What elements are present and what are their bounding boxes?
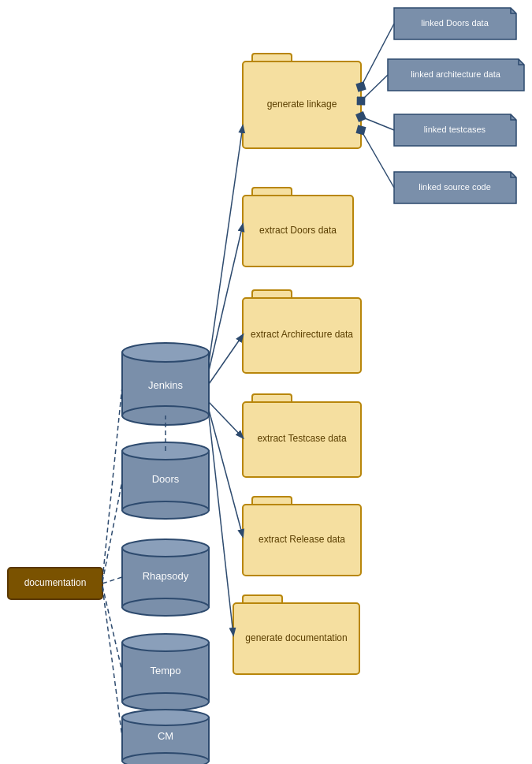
extract-arch-label: extract Archirecture data xyxy=(251,329,353,340)
linked-testcases-label: linked testcases xyxy=(424,125,486,134)
line-linkage-to-testcases xyxy=(361,117,394,130)
cm-label: CM xyxy=(158,730,173,742)
svg-point-24 xyxy=(122,634,209,651)
extract-release-label: extract Release data xyxy=(259,534,345,545)
generate-docs-label: generate documentation xyxy=(245,632,347,643)
tempo-label: Tempo xyxy=(150,665,180,676)
linked-testcases-node: linked testcases xyxy=(394,114,516,146)
generate-docs-folder: generate documentation xyxy=(233,595,359,674)
line-jenkins-to-extract-arch xyxy=(209,335,243,384)
svg-point-23 xyxy=(122,693,209,710)
extract-testcase-label: extract Testcase data xyxy=(257,433,347,444)
linked-source-node: linked source code xyxy=(394,172,516,203)
jenkins-label: Jenkins xyxy=(148,379,184,391)
linked-arch-node: linked architecture data xyxy=(388,59,524,91)
line-jenkins-to-extract-release xyxy=(209,410,243,536)
svg-point-27 xyxy=(122,710,209,725)
documentation-node: documentation xyxy=(8,568,102,599)
svg-point-20 xyxy=(122,598,209,616)
extract-arch-folder: extract Archirecture data xyxy=(243,290,361,373)
extract-testcase-folder: extract Testcase data xyxy=(243,394,361,477)
extract-release-folder: extract Release data xyxy=(243,497,361,576)
linked-arch-label: linked architecture data xyxy=(411,69,501,79)
svg-point-15 xyxy=(122,343,209,362)
svg-point-21 xyxy=(122,539,209,557)
line-jenkins-to-extract-testcase xyxy=(209,402,243,438)
generate-linkage-label: generate linkage xyxy=(267,99,337,110)
extract-doors-folder: extract Doors data xyxy=(243,188,353,266)
linked-source-label: linked source code xyxy=(419,182,491,192)
line-doc-to-jenkins xyxy=(102,386,122,580)
line-doc-to-rhapsody xyxy=(102,577,122,583)
linked-doors-node: linked Doors data xyxy=(394,8,516,39)
svg-point-26 xyxy=(122,753,209,764)
svg-point-17 xyxy=(122,501,209,519)
extract-doors-label: extract Doors data xyxy=(259,225,337,236)
linked-doors-label: linked Doors data xyxy=(421,18,489,28)
line-linkage-to-source xyxy=(361,130,394,188)
rhapsody-label: Rhapsody xyxy=(143,570,189,582)
line-doc-to-doors xyxy=(102,481,122,582)
line-doc-to-cm xyxy=(102,587,122,737)
documentation-label: documentation xyxy=(24,577,87,588)
doors-label: Doors xyxy=(152,473,180,485)
generate-linkage-folder: generate linkage xyxy=(243,54,361,148)
line-jenkins-to-gen-docs xyxy=(209,416,233,635)
